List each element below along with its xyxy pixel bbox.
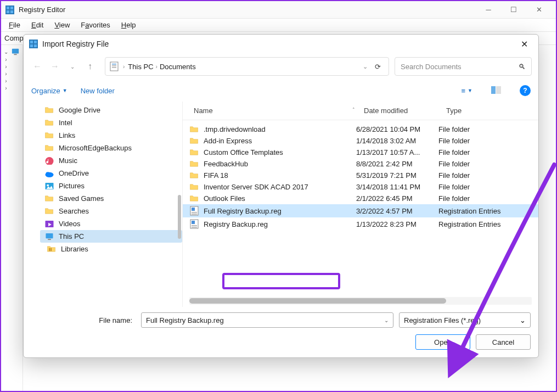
search-input[interactable]: Search Documents 🔍︎ bbox=[395, 57, 532, 76]
sidebar-item[interactable]: Intel bbox=[40, 116, 182, 129]
scrollbar[interactable] bbox=[178, 195, 181, 239]
file-row[interactable]: Add-in Express1/14/2018 3:02 AMFile fold… bbox=[183, 135, 538, 147]
sidebar-item[interactable]: Google Drive bbox=[40, 104, 182, 116]
open-button[interactable]: Open bbox=[415, 334, 470, 350]
file-type: Registration Entries bbox=[438, 220, 532, 228]
sidebar-item[interactable]: Videos bbox=[40, 217, 182, 230]
file-row[interactable]: Outlook Files2/1/2022 6:45 PMFile folder bbox=[183, 193, 538, 204]
help-button[interactable]: ? bbox=[520, 85, 531, 96]
file-date: 8/8/2021 2:42 PM bbox=[356, 160, 438, 168]
column-date[interactable]: Date modified bbox=[359, 107, 442, 115]
file-row[interactable]: .tmp.drivedownload6/28/2021 10:04 PMFile… bbox=[183, 124, 538, 135]
main-title: Registry Editor bbox=[19, 5, 476, 14]
menu-help[interactable]: Help bbox=[116, 20, 142, 30]
file-date: 1/14/2018 3:02 AM bbox=[356, 137, 438, 145]
file-row[interactable]: Custom Office Templates1/13/2017 10:57 A… bbox=[183, 147, 538, 158]
main-menu: File Edit View Favorites Help bbox=[1, 19, 556, 32]
chevron-down-icon[interactable]: ⌄ bbox=[384, 317, 389, 323]
dialog-close-button[interactable]: ✕ bbox=[515, 35, 533, 53]
sidebar-item[interactable]: MicrosoftEdgeBackups bbox=[40, 142, 182, 154]
column-type[interactable]: Type bbox=[442, 107, 538, 115]
menu-view[interactable]: View bbox=[49, 20, 75, 30]
sidebar-item-label: Links bbox=[59, 131, 75, 139]
tree-item[interactable]: › bbox=[3, 70, 20, 77]
file-name: Custom Office Templates bbox=[204, 148, 283, 156]
sidebar-item[interactable]: Music bbox=[40, 154, 182, 167]
file-row[interactable]: Registry Backup.reg1/13/2022 8:23 PMRegi… bbox=[183, 217, 538, 231]
sidebar-item-label: Libraries bbox=[61, 245, 88, 253]
file-date: 5/31/2019 7:21 PM bbox=[356, 171, 438, 180]
file-row[interactable]: FIFA 185/31/2019 7:21 PMFile folder bbox=[183, 170, 538, 181]
file-row[interactable]: Full Registry Backup.reg3/2/2022 4:57 PM… bbox=[183, 204, 538, 217]
breadcrumb[interactable]: This PC bbox=[128, 63, 153, 71]
tree-item[interactable]: › bbox=[3, 85, 20, 92]
file-type: File folder bbox=[438, 125, 532, 133]
preview-pane-button[interactable] bbox=[491, 86, 501, 96]
file-date: 2/1/2022 6:45 PM bbox=[356, 194, 438, 203]
menu-file[interactable]: File bbox=[3, 20, 26, 30]
file-row[interactable]: Inventor Server SDK ACAD 20173/14/2018 1… bbox=[183, 181, 538, 193]
cancel-button[interactable]: Cancel bbox=[476, 334, 531, 350]
view-button[interactable]: ≡ ▼ bbox=[461, 87, 472, 95]
folder-icon bbox=[189, 125, 199, 133]
nav-back-button[interactable]: ← bbox=[32, 61, 42, 71]
file-name: FIFA 18 bbox=[204, 171, 228, 180]
sidebar-item[interactable]: Searches bbox=[40, 205, 182, 217]
horizontal-scrollbar[interactable] bbox=[189, 297, 532, 305]
sidebar-item-label: Google Drive bbox=[59, 106, 100, 114]
file-date: 6/28/2021 10:04 PM bbox=[356, 125, 438, 133]
nav-recent-button[interactable]: ⌄ bbox=[67, 64, 77, 70]
tree-item[interactable]: › bbox=[3, 63, 20, 70]
regedit-icon bbox=[29, 40, 38, 48]
minimize-button[interactable]: ─ bbox=[476, 1, 501, 19]
file-row[interactable]: FeedbackHub8/8/2021 2:42 PMFile folder bbox=[183, 158, 538, 170]
sidebar-item-this-pc[interactable]: This PC bbox=[40, 230, 182, 243]
reg-file-icon bbox=[189, 219, 199, 229]
file-type: File folder bbox=[438, 160, 532, 168]
maximize-button[interactable]: ☐ bbox=[501, 1, 526, 19]
file-pane: Name˄ Date modified Type .tmp.drivedownl… bbox=[183, 102, 538, 307]
folder-icon bbox=[44, 207, 54, 215]
main-titlebar: Registry Editor ─ ☐ ✕ bbox=[1, 1, 556, 19]
regedit-icon bbox=[5, 5, 14, 14]
sidebar-item[interactable]: Libraries bbox=[42, 243, 182, 255]
tree-root[interactable]: ⌄ bbox=[3, 47, 20, 56]
breadcrumb[interactable]: Documents bbox=[160, 63, 196, 71]
sidebar-item-label: Pictures bbox=[59, 182, 85, 190]
address-bar[interactable]: › This PC › Documents ⌄ ⟳ bbox=[105, 57, 389, 76]
file-type-filter[interactable]: Registration Files (*.reg) ⌄ bbox=[399, 312, 531, 328]
file-date: 1/13/2017 10:57 A... bbox=[356, 148, 438, 156]
sidebar: Google DriveIntelLinksMicrosoftEdgeBacku… bbox=[24, 102, 183, 307]
dialog-footer: File name: Full Registry Backup.reg ⌄ Re… bbox=[24, 307, 538, 357]
menu-favorites[interactable]: Favorites bbox=[75, 20, 115, 30]
sidebar-item[interactable]: Saved Games bbox=[40, 192, 182, 205]
close-button[interactable]: ✕ bbox=[526, 1, 552, 19]
chevron-down-icon[interactable]: ⌄ bbox=[520, 316, 526, 324]
filename-input[interactable]: Full Registry Backup.reg ⌄ bbox=[141, 312, 393, 328]
sidebar-item-label: Intel bbox=[59, 119, 72, 127]
sidebar-item[interactable]: OneDrive bbox=[40, 167, 182, 180]
folder-icon bbox=[47, 245, 57, 253]
tree-item[interactable]: › bbox=[3, 56, 20, 63]
tree-pane: ⌄ › › › › › bbox=[1, 45, 23, 391]
refresh-button[interactable]: ⟳ bbox=[371, 63, 384, 71]
dialog-titlebar: Import Registry File ✕ bbox=[24, 35, 538, 53]
sidebar-item[interactable]: Pictures bbox=[40, 180, 182, 192]
folder-icon bbox=[44, 119, 54, 127]
folder-icon bbox=[189, 148, 199, 156]
sidebar-item[interactable]: Links bbox=[40, 129, 182, 142]
folder-icon bbox=[189, 160, 199, 168]
menu-edit[interactable]: Edit bbox=[26, 20, 49, 30]
sidebar-item-label: Videos bbox=[59, 220, 81, 228]
tree-item[interactable]: › bbox=[3, 77, 20, 85]
file-type: Registration Entries bbox=[438, 207, 532, 215]
file-type: File folder bbox=[438, 171, 532, 180]
svg-rect-24 bbox=[496, 86, 501, 94]
nav-forward-button[interactable]: → bbox=[50, 61, 60, 71]
organize-button[interactable]: Organize ▼ bbox=[31, 87, 67, 95]
new-folder-button[interactable]: New folder bbox=[81, 87, 115, 95]
file-name: Registry Backup.reg bbox=[204, 220, 268, 228]
folder-icon bbox=[44, 106, 54, 114]
nav-up-button[interactable]: ↑ bbox=[85, 61, 95, 71]
column-name[interactable]: Name˄ bbox=[189, 107, 359, 115]
